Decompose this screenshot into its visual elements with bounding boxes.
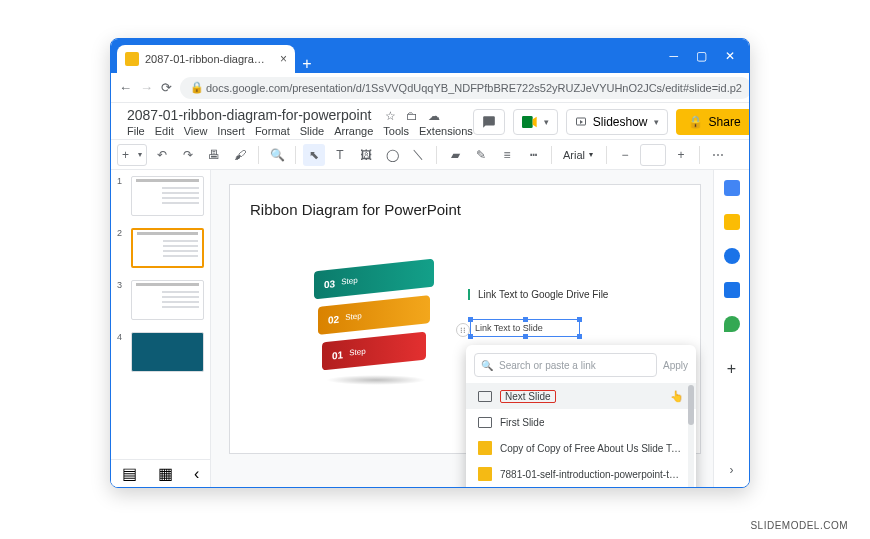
document-name[interactable]: 2087-01-ribbon-diagram-for-powerpoint <box>127 107 371 123</box>
titlebar: 2087-01-ribbon-diagram-for-po × + ─ ▢ ✕ <box>111 39 749 73</box>
link-results-list: Next Slide 👆 First Slide Copy of Copy of… <box>466 383 696 487</box>
paint-format-button[interactable]: 🖌 <box>229 144 251 166</box>
link-text-1[interactable]: Link Text to Google Drive File <box>468 289 608 300</box>
slide-thumb-3[interactable]: 3 <box>117 280 204 320</box>
omnibox[interactable]: 🔒 docs.google.com/presentation/d/1SsVVQd… <box>180 77 750 99</box>
tab-strip: 2087-01-ribbon-diagram-for-po × + <box>111 39 655 73</box>
keep-icon[interactable] <box>724 214 740 230</box>
image-tool[interactable]: 🖼 <box>355 144 377 166</box>
select-tool[interactable]: ⬉ <box>303 144 325 166</box>
more-tools-button[interactable]: ⋯ <box>707 144 729 166</box>
share-button[interactable]: 🔒 Share <box>676 109 750 135</box>
slide-thumb-2[interactable]: 2 <box>117 228 204 268</box>
slide-thumb-1[interactable]: 1 <box>117 176 204 216</box>
tasks-icon[interactable] <box>724 248 740 264</box>
url-text: docs.google.com/presentation/d/1SsVVQdUq… <box>206 82 742 94</box>
slides-doc-icon <box>478 441 492 455</box>
insert-link-popup: 🔍 Search or paste a link Apply Next Slid… <box>466 345 696 487</box>
font-dec-button[interactable]: − <box>614 144 636 166</box>
reload-icon[interactable]: ⟳ <box>161 80 172 96</box>
link-item-doc-1[interactable]: Copy of Copy of Free About Us Slide Temp… <box>466 435 696 461</box>
menu-slide[interactable]: Slide <box>300 125 324 137</box>
canvas-area[interactable]: Ribbon Diagram for PowerPoint 03Step 02S… <box>211 170 713 487</box>
shape-tool[interactable]: ◯ <box>381 144 403 166</box>
side-panel-rail: + › <box>713 170 749 487</box>
slides-favicon-icon <box>125 52 139 66</box>
new-tab-button[interactable]: + <box>295 55 319 73</box>
slideshow-button[interactable]: Slideshow ▾ <box>566 109 668 135</box>
menu-tools[interactable]: Tools <box>383 125 409 137</box>
link-item-doc-2[interactable]: 7881-01-self-introduction-powerpoint-tem… <box>466 461 696 487</box>
slides-app: 2087-01-ribbon-diagram-for-powerpoint ☆ … <box>111 103 749 487</box>
link-text-2: Link Text to Slide <box>475 323 543 333</box>
filmstrip-view-icon[interactable]: ▤ <box>122 464 137 483</box>
grid-view-icon[interactable]: ▦ <box>158 464 173 483</box>
link-item-first-slide[interactable]: First Slide <box>466 409 696 435</box>
print-button[interactable]: 🖶 <box>203 144 225 166</box>
font-selector[interactable]: Arial▾ <box>559 149 599 161</box>
svg-rect-1 <box>522 116 533 128</box>
browser-window: 2087-01-ribbon-diagram-for-po × + ─ ▢ ✕ … <box>110 38 750 488</box>
toolbar: +▾ ↶ ↷ 🖶 🖌 🔍 ⬉ T 🖼 ◯ ＼ ▰ ✎ ≡ ┅ Arial▾ − … <box>111 140 749 170</box>
menu-edit[interactable]: Edit <box>155 125 174 137</box>
minimize-icon[interactable]: ─ <box>669 49 678 63</box>
attribution-text: SLIDEMODEL.COM <box>750 520 848 531</box>
apply-link-button[interactable]: Apply <box>663 360 688 371</box>
fill-color-button[interactable]: ▰ <box>444 144 466 166</box>
ribbon-graphic: 03Step 02Step 01Step <box>314 271 434 385</box>
border-dash-button[interactable]: ┅ <box>522 144 544 166</box>
comment-history-button[interactable] <box>473 109 505 135</box>
border-color-button[interactable]: ✎ <box>470 144 492 166</box>
window-controls: ─ ▢ ✕ <box>655 39 749 73</box>
font-size-field[interactable] <box>640 144 666 166</box>
redo-button[interactable]: ↷ <box>177 144 199 166</box>
move-icon[interactable]: 🗀 <box>406 109 418 123</box>
collapse-filmstrip-icon[interactable]: ‹ <box>194 465 199 483</box>
slide-icon <box>478 391 492 402</box>
maximize-icon[interactable]: ▢ <box>696 49 707 63</box>
menu-extensions[interactable]: Extensions <box>419 125 473 137</box>
work-area: 1 2 3 4 ▤ ▦ ‹ <box>111 170 749 487</box>
tab-close-icon[interactable]: × <box>280 52 287 66</box>
selected-textbox[interactable]: Link Text to Slide <box>470 319 580 337</box>
slide-icon <box>478 417 492 428</box>
link-scrollbar[interactable] <box>688 385 694 487</box>
cursor-icon: 👆 <box>670 390 684 403</box>
slide-canvas[interactable]: Ribbon Diagram for PowerPoint 03Step 02S… <box>229 184 701 454</box>
calendar-icon[interactable] <box>724 180 740 196</box>
star-icon[interactable]: ☆ <box>385 109 396 123</box>
browser-tab[interactable]: 2087-01-ribbon-diagram-for-po × <box>117 45 295 73</box>
maps-icon[interactable] <box>724 316 740 332</box>
zoom-button[interactable]: 🔍 <box>266 144 288 166</box>
meet-button[interactable]: ▾ <box>513 109 558 135</box>
contacts-icon[interactable] <box>724 282 740 298</box>
app-header: 2087-01-ribbon-diagram-for-powerpoint ☆ … <box>111 103 749 140</box>
forward-icon[interactable]: → <box>140 80 153 96</box>
filmstrip[interactable]: 1 2 3 4 <box>111 170 211 487</box>
new-slide-button[interactable]: +▾ <box>117 144 147 166</box>
textbox-tool[interactable]: T <box>329 144 351 166</box>
undo-button[interactable]: ↶ <box>151 144 173 166</box>
menu-insert[interactable]: Insert <box>217 125 245 137</box>
close-window-icon[interactable]: ✕ <box>725 49 735 63</box>
addons-icon[interactable]: + <box>727 360 736 378</box>
cloud-status-icon[interactable]: ☁ <box>428 109 440 123</box>
collapse-rail-icon[interactable]: › <box>730 463 734 477</box>
tab-label: 2087-01-ribbon-diagram-for-po <box>145 53 274 65</box>
link-search-placeholder: Search or paste a link <box>499 360 596 371</box>
line-tool[interactable]: ＼ <box>407 144 429 166</box>
menu-arrange[interactable]: Arrange <box>334 125 373 137</box>
slides-doc-icon <box>478 467 492 481</box>
border-weight-button[interactable]: ≡ <box>496 144 518 166</box>
menu-format[interactable]: Format <box>255 125 290 137</box>
search-icon: 🔍 <box>481 360 493 371</box>
link-item-next-slide[interactable]: Next Slide 👆 <box>466 383 696 409</box>
menu-view[interactable]: View <box>184 125 208 137</box>
back-icon[interactable]: ← <box>119 80 132 96</box>
font-inc-button[interactable]: + <box>670 144 692 166</box>
slide-title: Ribbon Diagram for PowerPoint <box>250 201 680 218</box>
link-search-input[interactable]: 🔍 Search or paste a link <box>474 353 657 377</box>
lock-icon: 🔒 <box>688 115 703 129</box>
menu-file[interactable]: File <box>127 125 145 137</box>
slide-thumb-4[interactable]: 4 <box>117 332 204 372</box>
